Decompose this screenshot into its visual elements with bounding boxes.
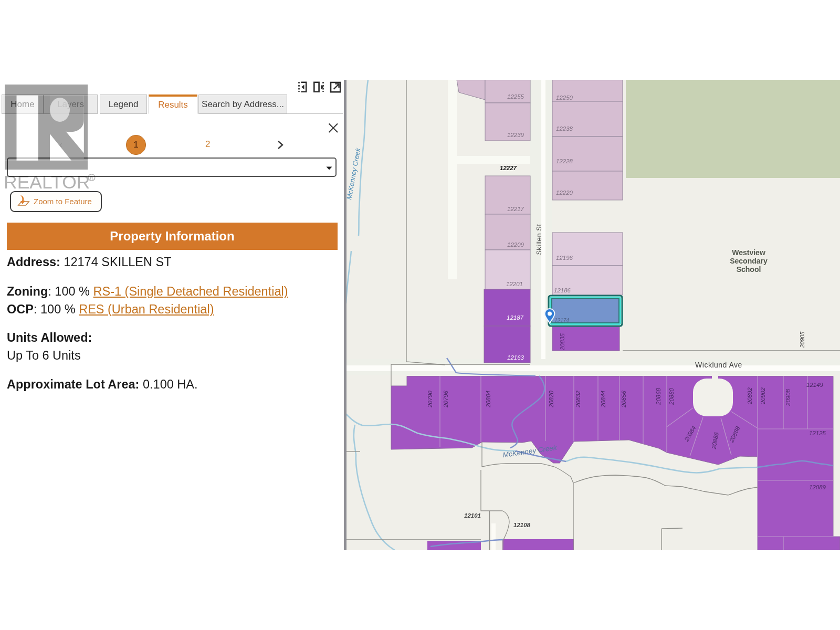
svg-text:12238: 12238 [556, 125, 573, 132]
svg-text:School: School [737, 265, 761, 274]
svg-text:Westview: Westview [732, 248, 765, 257]
svg-text:12201: 12201 [506, 281, 523, 287]
svg-text:20804: 20804 [485, 391, 491, 408]
svg-text:12209: 12209 [507, 242, 524, 248]
svg-text:20880: 20880 [668, 387, 675, 405]
svg-text:20796: 20796 [443, 390, 449, 408]
svg-text:12196: 12196 [556, 255, 573, 261]
svg-text:Secondary: Secondary [730, 257, 768, 265]
svg-text:12255: 12255 [507, 93, 524, 100]
svg-text:12089: 12089 [809, 484, 826, 490]
svg-text:12250: 12250 [556, 94, 573, 101]
svg-text:12187: 12187 [507, 314, 524, 321]
svg-text:12163: 12163 [507, 354, 524, 361]
svg-text:12217: 12217 [507, 206, 524, 212]
svg-text:12220: 12220 [556, 190, 573, 196]
svg-text:12149: 12149 [806, 382, 824, 388]
svg-text:20832: 20832 [575, 390, 581, 408]
svg-text:12108: 12108 [513, 522, 531, 528]
svg-text:12101: 12101 [464, 512, 481, 519]
svg-text:REALTOR: REALTOR [4, 172, 90, 193]
svg-text:Wicklund Ave: Wicklund Ave [695, 361, 742, 369]
svg-text:R: R [90, 175, 93, 181]
svg-text:20905: 20905 [799, 331, 805, 348]
svg-text:20868: 20868 [655, 387, 662, 405]
svg-text:20844: 20844 [600, 391, 606, 408]
svg-text:12228: 12228 [556, 158, 573, 164]
svg-text:20856: 20856 [621, 390, 627, 408]
svg-text:20892: 20892 [747, 387, 753, 405]
svg-text:12239: 12239 [507, 132, 524, 138]
svg-text:20790: 20790 [427, 390, 433, 408]
svg-text:12125: 12125 [809, 430, 826, 436]
svg-text:12186: 12186 [554, 287, 571, 293]
svg-text:12227: 12227 [500, 165, 517, 171]
svg-text:12174: 12174 [554, 318, 569, 323]
svg-text:20820: 20820 [548, 390, 554, 408]
svg-text:20902: 20902 [760, 387, 766, 405]
svg-text:Skillen St: Skillen St [535, 224, 543, 255]
svg-text:20908: 20908 [785, 388, 791, 406]
svg-text:20835: 20835 [559, 333, 565, 351]
